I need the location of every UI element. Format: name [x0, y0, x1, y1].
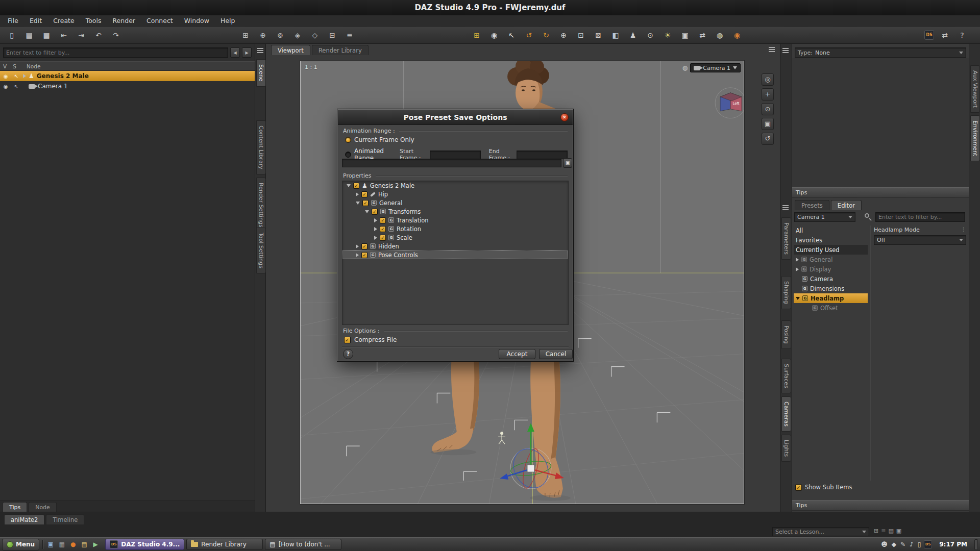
preset-path-field[interactable]	[342, 159, 561, 167]
expander-icon[interactable]	[356, 253, 359, 257]
render-settings-icon[interactable]: ⊞	[470, 29, 483, 42]
checkbox-icon[interactable]	[361, 243, 368, 249]
list-view-icon[interactable]: ≡	[343, 29, 356, 42]
expander-icon[interactable]	[356, 192, 359, 196]
frame-camera-icon[interactable]: ▣	[762, 118, 774, 130]
dialog-tree-scale[interactable]: GScale	[342, 233, 568, 242]
grid-snap-icon[interactable]: ⊟	[326, 29, 339, 42]
orientation-cube[interactable]: Left	[715, 88, 744, 118]
surface-selection-icon[interactable]: ◧	[609, 29, 622, 42]
create-primitive-icon[interactable]: ◇	[308, 29, 322, 42]
category-all[interactable]: All	[794, 226, 868, 235]
dialog-tree-transforms[interactable]: GTransforms	[342, 207, 568, 216]
close-icon[interactable]: ✕	[560, 113, 569, 121]
help-button[interactable]: ?	[343, 349, 353, 359]
tab-tips[interactable]: Tips	[3, 502, 27, 512]
new-file-icon[interactable]: ▯	[5, 29, 18, 42]
browse-button[interactable]: ▣	[563, 158, 572, 168]
menu-item-edit[interactable]: Edit	[24, 15, 47, 27]
accept-button[interactable]: Accept	[499, 349, 535, 359]
expander-icon[interactable]	[796, 258, 799, 262]
scene-filter-input[interactable]	[3, 47, 228, 58]
tab-lights[interactable]: Lights	[781, 435, 791, 462]
pane-menu-icon[interactable]	[782, 205, 789, 206]
scene-node-genesis-2-male[interactable]: ◉↖♟Genesis 2 Male	[0, 71, 255, 81]
task-daz-studio-4-9[interactable]: DSDAZ Studio 4.9...	[105, 539, 184, 550]
category-headlamp[interactable]: GHeadlamp	[794, 293, 868, 303]
checkbox-icon[interactable]	[380, 217, 386, 223]
menu-item-window[interactable]: Window	[179, 15, 215, 27]
scale-tool-icon[interactable]: ⊡	[574, 29, 587, 42]
figure-pose-icon[interactable]: ♟	[626, 29, 640, 42]
task-how-to-don-t[interactable]: ▤[How to (don't ...	[265, 539, 341, 550]
files-icon[interactable]: ▤	[80, 541, 89, 548]
menu-item-render[interactable]: Render	[107, 15, 141, 27]
pose-symmetry-icon[interactable]: ⇄	[696, 29, 709, 42]
menu-item-tools[interactable]: Tools	[80, 15, 107, 27]
pan-camera-icon[interactable]: +	[762, 88, 774, 101]
daz-connect-icon[interactable]: DS	[924, 30, 934, 40]
expander-icon[interactable]	[796, 267, 799, 271]
tips-header[interactable]: Tips	[792, 187, 969, 198]
shaded-view-icon[interactable]: ◉	[487, 29, 501, 42]
tab-cameras[interactable]: Cameras	[781, 396, 791, 432]
environment-type-selector[interactable]: Type: None	[795, 47, 966, 58]
import-icon[interactable]: ⇤	[57, 29, 70, 42]
expander-icon[interactable]	[347, 184, 351, 187]
category-offset[interactable]: GOffset	[794, 303, 868, 313]
universal-tool-icon[interactable]: ⊠	[592, 29, 605, 42]
tab-aux-viewport[interactable]: Aux Viewport	[970, 65, 980, 113]
expander-icon[interactable]	[374, 227, 377, 231]
show-desktop-button[interactable]	[974, 539, 978, 550]
checkbox-icon[interactable]	[380, 235, 386, 241]
show-sub-items-checkbox[interactable]	[795, 484, 802, 491]
category-dimensions[interactable]: GDimensions	[794, 284, 868, 293]
category-favorites[interactable]: Favorites	[794, 235, 868, 245]
dialog-tree-pose-controls[interactable]: GPose Controls	[342, 251, 568, 259]
lesson-grid-icon[interactable]: ⊞	[874, 528, 878, 534]
os-menu-button[interactable]: Menu	[2, 539, 39, 550]
selection-pointer-icon[interactable]: ↖	[12, 73, 20, 79]
window-icon[interactable]: ▣	[46, 541, 55, 548]
radio-icon[interactable]	[345, 152, 351, 158]
menu-item-connect[interactable]: Connect	[141, 15, 179, 27]
menu-item-help[interactable]: Help	[215, 15, 241, 27]
tab-scene[interactable]: Scene	[256, 59, 266, 87]
view-options-icon[interactable]: ◍	[682, 64, 688, 71]
expander-icon[interactable]	[356, 244, 359, 248]
lesson-info-icon[interactable]: ▣	[896, 528, 901, 534]
camera-selector[interactable]: Camera 1	[690, 63, 741, 72]
selection-pointer-icon[interactable]: ↖	[12, 84, 20, 89]
export-icon[interactable]: ⇥	[75, 29, 88, 42]
menu-item-file[interactable]: File	[2, 15, 24, 27]
tab-timeline[interactable]: Timeline	[46, 514, 84, 524]
category-camera[interactable]: GCamera	[794, 274, 868, 284]
orbit-camera-icon[interactable]: ↺	[762, 133, 774, 145]
open-file-icon[interactable]: ▤	[22, 29, 36, 42]
daz-tray-icon[interactable]: ◆	[892, 541, 896, 548]
filter-next-button[interactable]: ▶	[242, 47, 252, 58]
category-currently-used[interactable]: Currently Used	[794, 245, 868, 255]
expander-icon[interactable]	[23, 74, 26, 78]
checkbox-icon[interactable]	[361, 191, 368, 197]
radio-icon[interactable]	[345, 137, 351, 143]
notes-tray-icon[interactable]: ▯	[918, 541, 921, 548]
lesson-list-icon[interactable]: ≡	[881, 528, 886, 534]
help-icon[interactable]: ?	[955, 29, 969, 42]
expander-icon[interactable]	[374, 218, 377, 222]
aim-camera-icon[interactable]: ◎	[762, 73, 774, 86]
pane-menu-icon[interactable]	[257, 48, 263, 49]
tab-shaping[interactable]: Shaping	[781, 276, 791, 309]
spin-rotate-icon[interactable]: ↻	[540, 29, 553, 42]
puppeteer-icon[interactable]: ◍	[713, 29, 726, 42]
dialog-properties-tree[interactable]: ♟Genesis 2 MaleHipGGeneralGTransformsGTr…	[342, 181, 569, 325]
tab-presets[interactable]: Presets	[795, 200, 829, 210]
category-display[interactable]: GDisplay	[794, 264, 868, 274]
pane-menu-icon[interactable]	[782, 48, 789, 49]
visibility-icon[interactable]: ◉	[2, 84, 10, 89]
dialog-tree-genesis-2-male[interactable]: ♟Genesis 2 Male	[342, 181, 568, 190]
compress-file-checkbox[interactable]	[344, 337, 351, 343]
tab-content-library[interactable]: Content Library	[256, 120, 266, 174]
tab-render-library[interactable]: Render Library	[312, 45, 369, 55]
lesson-book-icon[interactable]: ▤	[888, 528, 893, 534]
